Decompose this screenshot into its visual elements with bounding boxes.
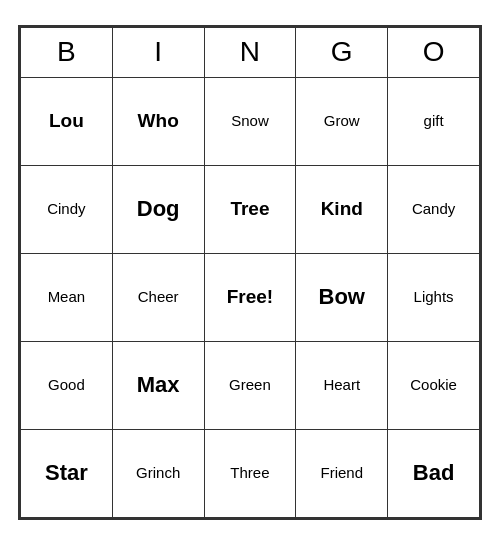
header-cell: N [204, 27, 296, 77]
bingo-cell: Grinch [112, 429, 204, 517]
header-cell: O [388, 27, 480, 77]
cell-label: Free! [227, 286, 273, 307]
cell-label: Dog [137, 196, 180, 221]
cell-label: Grow [324, 112, 360, 129]
header-cell: B [21, 27, 113, 77]
bingo-cell: Lou [21, 77, 113, 165]
cell-label: Cindy [47, 200, 85, 217]
bingo-cell: Kind [296, 165, 388, 253]
bingo-cell: Cindy [21, 165, 113, 253]
cell-label: Cookie [410, 376, 457, 393]
cell-label: Who [138, 110, 179, 131]
bingo-cell: Cookie [388, 341, 480, 429]
bingo-cell: Cheer [112, 253, 204, 341]
bingo-cell: Tree [204, 165, 296, 253]
bingo-table: BINGO LouWhoSnowGrowgiftCindyDogTreeKind… [20, 27, 480, 518]
cell-label: Max [137, 372, 180, 397]
bingo-cell: Friend [296, 429, 388, 517]
bingo-cell: Grow [296, 77, 388, 165]
bingo-cell: Star [21, 429, 113, 517]
bingo-cell: Candy [388, 165, 480, 253]
cell-label: Snow [231, 112, 269, 129]
cell-label: Good [48, 376, 85, 393]
table-row: StarGrinchThreeFriendBad [21, 429, 480, 517]
bingo-cell: Green [204, 341, 296, 429]
cell-label: Kind [321, 198, 363, 219]
cell-label: Friend [320, 464, 363, 481]
cell-label: Bad [413, 460, 455, 485]
cell-label: Three [230, 464, 269, 481]
cell-label: Mean [48, 288, 86, 305]
bingo-cell: Heart [296, 341, 388, 429]
bingo-cell: Dog [112, 165, 204, 253]
bingo-cell: Good [21, 341, 113, 429]
bingo-cell: Snow [204, 77, 296, 165]
cell-label: Grinch [136, 464, 180, 481]
bingo-cell: Who [112, 77, 204, 165]
cell-label: Lights [414, 288, 454, 305]
header-cell: I [112, 27, 204, 77]
cell-label: gift [424, 112, 444, 129]
table-row: LouWhoSnowGrowgift [21, 77, 480, 165]
cell-label: Cheer [138, 288, 179, 305]
bingo-cell: Free! [204, 253, 296, 341]
bingo-cell: Bad [388, 429, 480, 517]
cell-label: Star [45, 460, 88, 485]
cell-label: Tree [230, 198, 269, 219]
header-row: BINGO [21, 27, 480, 77]
cell-label: Heart [323, 376, 360, 393]
table-row: GoodMaxGreenHeartCookie [21, 341, 480, 429]
cell-label: Lou [49, 110, 84, 131]
bingo-cell: Three [204, 429, 296, 517]
bingo-cell: Max [112, 341, 204, 429]
header-cell: G [296, 27, 388, 77]
table-row: MeanCheerFree!BowLights [21, 253, 480, 341]
cell-label: Green [229, 376, 271, 393]
cell-label: Candy [412, 200, 455, 217]
bingo-cell: gift [388, 77, 480, 165]
cell-label: Bow [319, 284, 365, 309]
bingo-card: BINGO LouWhoSnowGrowgiftCindyDogTreeKind… [18, 25, 482, 520]
bingo-cell: Bow [296, 253, 388, 341]
table-row: CindyDogTreeKindCandy [21, 165, 480, 253]
bingo-cell: Mean [21, 253, 113, 341]
bingo-cell: Lights [388, 253, 480, 341]
